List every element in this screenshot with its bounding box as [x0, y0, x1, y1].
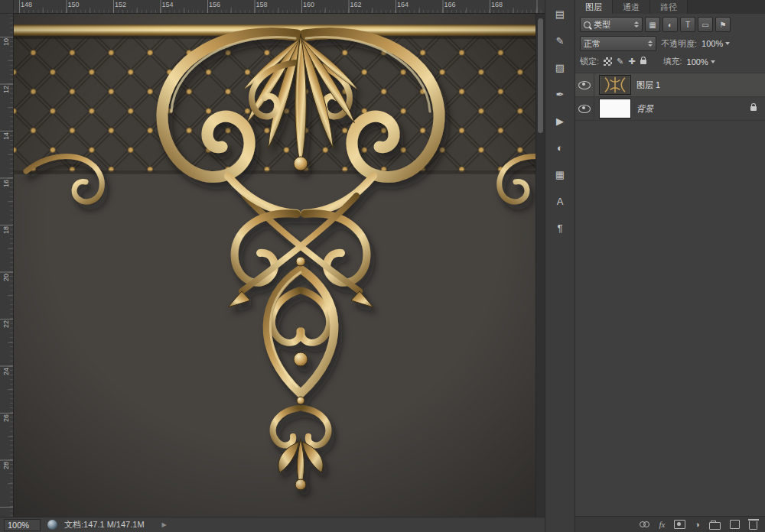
layer-thumbnail[interactable] [600, 76, 630, 94]
smart-object-filter-button[interactable]: ⚑ [715, 17, 731, 32]
link-layers-icon[interactable] [640, 521, 649, 527]
ruler-h-label: 160 [303, 1, 314, 8]
styles-panel-icon[interactable]: ✒ [551, 86, 569, 102]
ruler-h-label: 152 [115, 1, 126, 8]
tab-layers[interactable]: 图层 [575, 0, 613, 14]
adjustment-layers-filter-button[interactable]: ◐ [662, 17, 678, 32]
document-size-text: 文档:147.1 M/147.1M [64, 519, 145, 530]
status-options-arrow[interactable]: ▶ [162, 521, 167, 528]
zoom-level-field[interactable]: 100% [4, 519, 41, 531]
photoshop-window: 148150152154156158160162164166168 101214… [0, 0, 765, 532]
dropdown-arrow-icon [725, 42, 730, 45]
ruler-v-label: 14 [2, 129, 10, 143]
ruler-h-label: 156 [209, 1, 220, 8]
ruler-v-label: 24 [2, 365, 10, 378]
ruler-h-label: 164 [397, 1, 409, 8]
ruler-v-label: 12 [2, 83, 10, 96]
layer-row-layer1[interactable]: 图层 1 [575, 73, 765, 97]
select-arrows-icon [634, 21, 639, 28]
lock-pixels-icon[interactable]: ✎ [617, 57, 623, 66]
paragraph-panel-icon[interactable]: ¶ [551, 220, 569, 235]
horizontal-ruler: 148150152154156158160162164166168 [14, 0, 545, 14]
brush-presets-panel-icon[interactable]: ▨ [551, 60, 569, 75]
adjustments-panel-icon[interactable]: ◐ [551, 140, 569, 155]
fill-label: 填充: [663, 56, 682, 67]
eye-icon [578, 81, 591, 89]
vertical-ruler: 10121416182022242628 [0, 14, 14, 517]
search-icon [584, 21, 591, 28]
pixel-layers-filter-button[interactable]: ▦ [645, 17, 660, 32]
select-arrows-icon [648, 41, 653, 47]
eye-icon [578, 105, 591, 113]
actions-panel-icon[interactable]: ▶ [551, 113, 569, 128]
lock-all-icon[interactable] [640, 60, 646, 64]
ruler-v-label: 28 [2, 459, 10, 472]
visibility-toggle[interactable] [575, 97, 594, 120]
panel-dock: ▤ ✎ ▨ ✒ ▶ ◐ ▦ A ¶ [545, 0, 575, 532]
ruler-h-label: 158 [256, 1, 268, 8]
ruler-v-label: 18 [2, 223, 10, 237]
brush-settings-panel-icon[interactable]: ✎ [551, 33, 569, 48]
filter-type-select[interactable]: 类型 [580, 17, 643, 32]
status-bar: 100% 文档:147.1 M/147.1M ▶ [0, 517, 545, 532]
add-layer-mask-icon[interactable] [674, 520, 685, 529]
delete-layer-icon[interactable] [749, 521, 757, 530]
zoom-level-value: 100% [8, 521, 29, 530]
clone-source-panel-icon[interactable]: ▤ [551, 6, 569, 21]
layer-style-icon[interactable]: fx [659, 520, 665, 529]
dropdown-arrow-icon [711, 60, 715, 63]
layers-panel-footer: fx ◑ [575, 516, 765, 532]
lock-transparency-icon[interactable] [604, 57, 612, 66]
opacity-value-text: 100% [702, 39, 723, 48]
background-lock-icon [750, 106, 757, 111]
layers-panel: 图层 通道 路径 类型 ▦ ◐ T ▭ ⚑ 正常 不透明度: 100% [575, 0, 765, 532]
layer-name[interactable]: 图层 1 [636, 79, 660, 91]
blend-mode-value: 正常 [584, 38, 601, 50]
canvas-image [14, 14, 536, 517]
ruler-v-label: 10 [2, 35, 10, 49]
layer-row-background[interactable]: 背景 [575, 97, 765, 121]
layer-thumbnail[interactable] [600, 99, 630, 118]
opacity-value[interactable]: 100% [702, 39, 730, 48]
new-adjustment-layer-icon[interactable]: ◑ [695, 520, 700, 529]
tab-channels[interactable]: 通道 [613, 0, 650, 14]
ruler-h-label: 166 [444, 1, 456, 8]
fill-value[interactable]: 100% [687, 57, 715, 66]
type-layers-filter-button[interactable]: T [680, 17, 695, 32]
ruler-h-label: 148 [21, 1, 32, 8]
tab-paths[interactable]: 路径 [650, 0, 688, 14]
ruler-h-label: 150 [68, 1, 80, 8]
canvas-area[interactable] [14, 14, 536, 517]
shape-layers-filter-button[interactable]: ▭ [698, 17, 713, 32]
ruler-corner [0, 0, 14, 14]
lock-position-icon[interactable]: ✚ [628, 57, 635, 66]
panel-tab-bar: 图层 通道 路径 [575, 0, 765, 14]
lock-row: 锁定: ✎ ✚ 填充: 100% [575, 54, 765, 73]
blend-mode-select[interactable]: 正常 [580, 36, 656, 51]
new-layer-icon[interactable] [730, 520, 740, 529]
filter-type-label: 类型 [594, 19, 610, 31]
ruler-v-label: 22 [2, 317, 10, 331]
visibility-toggle[interactable] [575, 73, 594, 96]
vertical-scrollbar-thumb[interactable] [538, 18, 543, 133]
3d-panel-icon[interactable]: ▦ [551, 167, 569, 182]
character-panel-icon[interactable]: A [551, 193, 569, 209]
blend-mode-row: 正常 不透明度: 100% [575, 35, 765, 54]
ruler-v-label: 26 [2, 411, 10, 425]
vertical-scrollbar[interactable] [536, 14, 545, 517]
new-group-icon[interactable] [709, 522, 721, 530]
ruler-h-label: 168 [491, 1, 503, 8]
lock-label: 锁定: [580, 56, 599, 67]
adobe-drive-icon [47, 520, 57, 530]
ruler-h-label: 154 [162, 1, 174, 8]
fill-value-text: 100% [687, 57, 708, 66]
ruler-v-label: 20 [2, 271, 10, 284]
opacity-label: 不透明度: [661, 38, 697, 50]
ruler-h-label: 162 [350, 1, 362, 8]
layer-filter-row: 类型 ▦ ◐ T ▭ ⚑ [575, 14, 765, 35]
ruler-v-label: 16 [2, 177, 10, 190]
layer-name[interactable]: 背景 [636, 103, 653, 115]
